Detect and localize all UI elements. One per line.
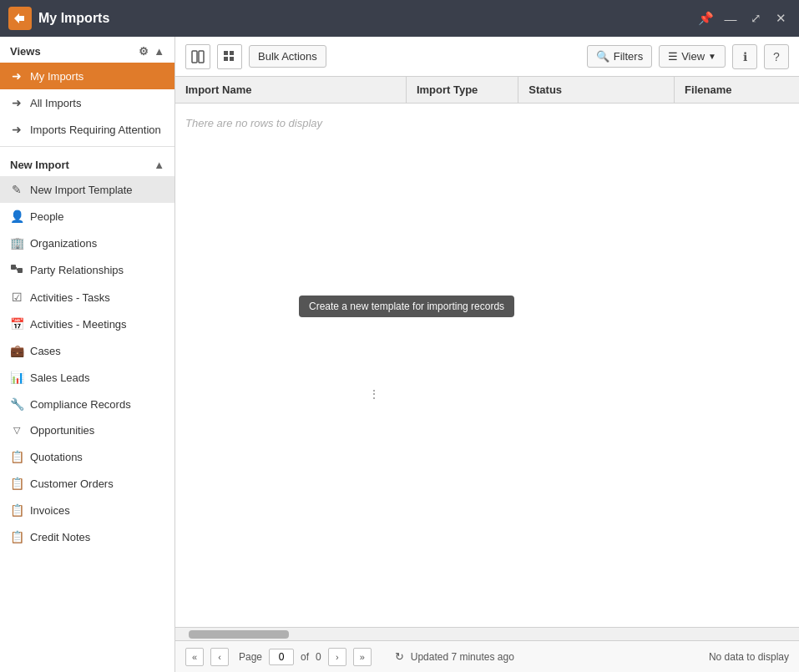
collapse-icon[interactable]: ▲ <box>154 45 164 58</box>
people-icon: 👤 <box>10 210 23 223</box>
sidebar-item-activities-meetings[interactable]: 📅 Activities - Meetings <box>0 311 174 337</box>
table-container: Import Name Import Type Status Filename <box>175 77 799 627</box>
cases-icon: 💼 <box>10 344 23 357</box>
data-table: Import Name Import Type Status Filename <box>175 77 799 143</box>
horizontal-scrollbar-thumb[interactable] <box>189 630 289 639</box>
info-button[interactable]: ℹ <box>732 44 757 69</box>
sidebar-item-label: Customer Orders <box>30 477 114 490</box>
sidebar-item-label: Party Relationships <box>30 264 124 276</box>
sidebar-item-label: Organizations <box>30 237 97 250</box>
new-import-label: New Import <box>10 159 69 171</box>
col-import-name[interactable]: Import Name <box>175 77 406 104</box>
new-import-header-icons[interactable]: ▲ <box>154 159 164 171</box>
collapse-icon[interactable]: ▲ <box>154 159 164 171</box>
prev-page-button[interactable]: ‹ <box>210 648 229 666</box>
grid-view-button[interactable] <box>217 44 242 69</box>
svg-rect-0 <box>11 265 16 270</box>
window-controls: 📌 — ⤢ ✕ <box>695 8 791 28</box>
maximize-button[interactable]: ⤢ <box>746 8 766 28</box>
col-status[interactable]: Status <box>518 77 675 104</box>
next-page-button[interactable]: › <box>328 648 346 666</box>
sidebar-item-customer-orders[interactable]: 📋 Customer Orders <box>0 470 174 497</box>
sidebar-divider <box>0 146 174 147</box>
views-header-icons[interactable]: ⚙ ▲ <box>139 45 164 58</box>
sidebar-item-quotations[interactable]: 📋 Quotations <box>0 443 174 470</box>
sidebar-item-people[interactable]: 👤 People <box>0 203 174 230</box>
sidebar-item-label: Credit Notes <box>30 531 90 543</box>
sidebar-item-label: Cases <box>30 345 61 357</box>
first-page-button[interactable]: « <box>185 648 204 666</box>
sidebar-item-all-imports[interactable]: ➜ All Imports <box>0 89 174 116</box>
no-data-row: There are no rows to display <box>175 104 799 144</box>
drag-handle[interactable]: ⋮ <box>368 387 380 401</box>
sidebar-item-party-relationships[interactable]: Party Relationships <box>0 256 174 284</box>
horizontal-scrollbar[interactable] <box>175 627 799 640</box>
sidebar-item-new-import-template[interactable]: ✎ New Import Template <box>0 176 174 203</box>
svg-rect-5 <box>224 51 228 55</box>
sidebar-item-sales-leads[interactable]: 📊 Sales Leads <box>0 364 174 391</box>
view-button[interactable]: ☰ View ▼ <box>659 45 726 68</box>
gear-icon[interactable]: ⚙ <box>139 45 149 58</box>
orders-icon: 📋 <box>10 477 23 490</box>
page-input[interactable] <box>269 649 294 665</box>
no-data-message: There are no rows to display <box>175 104 799 144</box>
sidebar-item-imports-requiring-attention[interactable]: ➜ Imports Requiring Attention <box>0 116 174 143</box>
bulk-actions-label: Bulk Actions <box>258 50 317 63</box>
sidebar-item-organizations[interactable]: 🏢 Organizations <box>0 230 174 256</box>
leads-icon: 📊 <box>10 371 23 384</box>
pin-button[interactable]: 📌 <box>695 8 716 28</box>
page-label: Page <box>239 651 262 663</box>
credit-notes-icon: 📋 <box>10 530 23 543</box>
sidebar-item-opportunities[interactable]: ▽ Opportunities <box>0 417 174 443</box>
sidebar-item-label: People <box>30 210 63 223</box>
sidebar-item-label: New Import Template <box>30 184 133 196</box>
help-button[interactable]: ? <box>764 44 789 69</box>
filters-button[interactable]: 🔍 Filters <box>587 45 652 68</box>
sidebar-item-my-imports[interactable]: ➜ My Imports <box>0 63 174 89</box>
new-import-section-header: New Import ▲ <box>0 150 174 176</box>
sidebar-item-label: Activities - Meetings <box>30 318 127 331</box>
template-icon: ✎ <box>10 183 23 196</box>
views-section-header: Views ⚙ ▲ <box>0 37 174 63</box>
sidebar-item-label: My Imports <box>30 70 83 83</box>
view-label: View <box>681 50 705 63</box>
arrow-icon: ➜ <box>10 96 23 109</box>
sidebar: Views ⚙ ▲ ➜ My Imports ➜ All Imports ➜ I… <box>0 37 175 672</box>
party-icon <box>10 263 23 277</box>
bulk-actions-button[interactable]: Bulk Actions <box>249 45 326 68</box>
app-title: My Imports <box>38 11 689 26</box>
sidebar-item-credit-notes[interactable]: 📋 Credit Notes <box>0 523 174 550</box>
refresh-button[interactable]: ↻ <box>395 650 404 663</box>
last-page-button[interactable]: » <box>353 648 372 666</box>
search-icon: 🔍 <box>596 50 609 63</box>
sidebar-item-label: All Imports <box>30 97 81 109</box>
close-button[interactable]: ✕ <box>771 8 791 28</box>
svg-rect-7 <box>224 57 228 61</box>
invoices-icon: 📋 <box>10 503 23 517</box>
col-import-type[interactable]: Import Type <box>406 77 518 104</box>
sidebar-item-invoices[interactable]: 📋 Invoices <box>0 497 174 523</box>
sidebar-item-activities-tasks[interactable]: ☑ Activities - Tasks <box>0 284 174 311</box>
sidebar-item-compliance-records[interactable]: 🔧 Compliance Records <box>0 391 174 417</box>
main-layout: Views ⚙ ▲ ➜ My Imports ➜ All Imports ➜ I… <box>0 37 799 672</box>
panel-toggle-button[interactable] <box>185 44 210 69</box>
col-filename[interactable]: Filename <box>675 77 799 104</box>
opportunities-icon: ▽ <box>10 425 23 436</box>
sidebar-item-label: Quotations <box>30 451 83 463</box>
quotations-icon: 📋 <box>10 450 23 463</box>
svg-line-2 <box>16 267 18 270</box>
titlebar: My Imports 📌 — ⤢ ✕ <box>0 0 799 37</box>
list-icon: ☰ <box>668 50 678 63</box>
sidebar-item-label: Opportunities <box>30 424 94 437</box>
content-area: Create a new template for importing reco… <box>175 37 799 672</box>
sidebar-item-cases[interactable]: 💼 Cases <box>0 337 174 364</box>
of-label: of <box>301 651 309 663</box>
sidebar-item-label: Invoices <box>30 504 70 517</box>
no-data-status: No data to display <box>709 651 789 663</box>
sidebar-content: Views ⚙ ▲ ➜ My Imports ➜ All Imports ➜ I… <box>0 37 174 672</box>
svg-rect-1 <box>18 268 23 273</box>
minimize-button[interactable]: — <box>721 8 741 28</box>
svg-rect-6 <box>230 51 234 55</box>
svg-rect-4 <box>199 51 204 63</box>
tasks-icon: ☑ <box>10 291 23 304</box>
